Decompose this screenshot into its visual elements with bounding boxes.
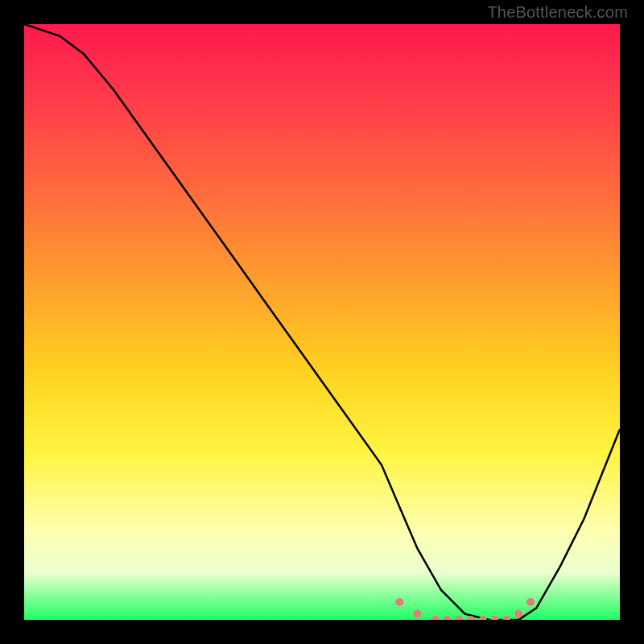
bottleneck-curve <box>24 24 620 620</box>
chart-stage: TheBottleneck.com <box>0 0 644 644</box>
highlight-dot <box>514 610 522 618</box>
highlight-dot <box>526 598 535 606</box>
highlight-dot <box>479 616 487 620</box>
highlight-dot <box>455 616 463 620</box>
highlight-dot <box>413 610 421 618</box>
highlight-dot <box>431 616 440 620</box>
plot-area <box>24 24 620 620</box>
watermark-text: TheBottleneck.com <box>487 3 628 22</box>
highlight-dot <box>395 598 403 606</box>
highlight-dot <box>502 616 510 620</box>
highlight-dot <box>491 616 499 620</box>
highlight-dot <box>443 616 451 620</box>
curve-svg <box>24 24 620 620</box>
highlight-dots <box>395 598 535 620</box>
